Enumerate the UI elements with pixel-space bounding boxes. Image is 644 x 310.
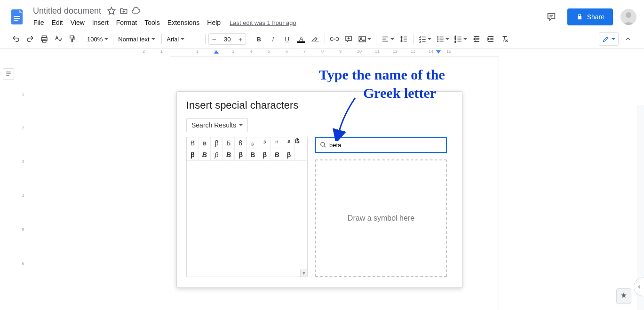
menu-tools[interactable]: Tools	[141, 17, 163, 28]
menu-file[interactable]: File	[30, 17, 48, 28]
character-search-box	[315, 137, 447, 153]
svg-text:3: 3	[455, 40, 456, 43]
char-cell[interactable]: β	[211, 149, 223, 161]
svg-line-50	[324, 146, 326, 148]
dialog-title: Insert special characters	[186, 99, 453, 111]
add-comment-button[interactable]	[342, 33, 355, 45]
character-grid: B ᴃ β Ƃ ϐ ᵦ ᵝ ᵸ ᴯ ẞ β B β B β B β B β	[186, 137, 308, 277]
char-cell[interactable]: B	[271, 149, 283, 161]
char-cell[interactable]: B	[187, 137, 199, 149]
category-dropdown[interactable]: Search Results	[186, 118, 248, 132]
move-icon[interactable]	[119, 6, 128, 16]
decrease-indent-button[interactable]	[470, 33, 483, 45]
ruler-right-marker[interactable]	[436, 50, 441, 54]
bold-button[interactable]: B	[252, 33, 265, 45]
clear-formatting-button[interactable]	[498, 33, 511, 45]
char-cell[interactable]: ẞ	[295, 137, 300, 149]
explore-button[interactable]	[616, 288, 631, 303]
svg-point-28	[437, 40, 439, 42]
comments-icon[interactable]	[543, 8, 560, 25]
font-size-decrease[interactable]: −	[209, 34, 219, 44]
char-cell[interactable]: β	[259, 149, 271, 161]
char-cell[interactable]: ᵸ	[271, 137, 283, 149]
document-title[interactable]: Untitled document	[30, 6, 104, 16]
svg-point-49	[321, 143, 325, 146]
grid-scroll-handle[interactable]: ▼	[300, 270, 307, 277]
highlight-color-button[interactable]	[309, 33, 322, 45]
toolbar: 100% Normal text Arial − 30 + B I U A 12…	[0, 30, 644, 48]
star-icon[interactable]	[107, 6, 116, 16]
editing-mode-button[interactable]	[599, 32, 619, 46]
share-label: Share	[587, 13, 604, 21]
increase-indent-button[interactable]	[484, 33, 497, 45]
spellcheck-button[interactable]	[52, 33, 65, 45]
font-size-value[interactable]: 30	[219, 36, 235, 43]
svg-rect-1	[14, 16, 20, 17]
svg-point-27	[437, 39, 439, 40]
print-button[interactable]	[38, 33, 51, 45]
checklist-button[interactable]	[416, 33, 433, 45]
vertical-ruler: 123456	[20, 58, 26, 295]
last-edit-link[interactable]: Last edit was 1 hour ago	[230, 19, 296, 26]
char-cell[interactable]: β	[211, 137, 223, 149]
cloud-status-icon[interactable]	[131, 6, 141, 16]
line-spacing-button[interactable]	[397, 33, 410, 45]
special-characters-dialog: Insert special characters Search Results…	[176, 91, 462, 288]
char-cell[interactable]: B	[199, 149, 211, 161]
menu-insert[interactable]: Insert	[89, 17, 112, 28]
undo-button[interactable]	[9, 33, 23, 45]
svg-rect-29	[440, 37, 444, 38]
docs-logo-icon[interactable]	[8, 8, 26, 26]
italic-button[interactable]: I	[266, 33, 279, 45]
menu-format[interactable]: Format	[113, 17, 140, 28]
char-cell[interactable]: β	[235, 149, 247, 161]
lock-icon	[576, 13, 583, 21]
char-cell[interactable]: ᴯ	[283, 137, 295, 149]
align-button[interactable]	[379, 33, 396, 45]
menu-bar: File Edit View Insert Format Tools Exten…	[30, 16, 543, 29]
header: Untitled document File Edit View Insert …	[0, 0, 644, 30]
font-select[interactable]: Arial	[165, 33, 202, 45]
menu-view[interactable]: View	[67, 17, 88, 28]
char-cell[interactable]: B	[223, 149, 235, 161]
numbered-list-button[interactable]: 123	[452, 33, 469, 45]
document-outline-icon[interactable]	[3, 68, 14, 79]
svg-point-8	[626, 12, 631, 18]
svg-rect-3	[14, 20, 18, 21]
paint-format-button[interactable]	[66, 33, 79, 45]
char-cell[interactable]: B	[247, 149, 259, 161]
font-size-increase[interactable]: +	[235, 34, 246, 44]
svg-rect-15	[359, 36, 366, 42]
svg-rect-12	[70, 36, 74, 38]
account-avatar[interactable]	[620, 9, 636, 25]
char-cell[interactable]: β	[187, 149, 199, 161]
char-cell[interactable]	[295, 149, 307, 161]
char-cell[interactable]: ᴃ	[199, 137, 211, 149]
bulleted-list-button[interactable]	[434, 33, 451, 45]
zoom-select[interactable]: 100%	[85, 33, 110, 45]
char-cell[interactable]: ᵝ	[259, 137, 271, 149]
paragraph-style-select[interactable]: Normal text	[116, 33, 159, 45]
char-cell[interactable]: Ƃ	[223, 137, 235, 149]
char-cell[interactable]: β	[283, 149, 295, 161]
menu-extensions[interactable]: Extensions	[164, 17, 203, 28]
character-search-input[interactable]	[329, 142, 442, 149]
insert-image-button[interactable]	[356, 33, 373, 45]
menu-help[interactable]: Help	[204, 17, 224, 28]
text-color-button[interactable]: A	[294, 33, 308, 45]
char-cell[interactable]: ᵦ	[247, 137, 259, 149]
menu-edit[interactable]: Edit	[48, 17, 66, 28]
draw-symbol-area[interactable]: Draw a symbol here	[315, 159, 447, 277]
horizontal-ruler[interactable]: 2 1 1 2 3 4 5 6 7 8 9 10 11 12 13 14 15	[158, 48, 644, 56]
collapse-toolbar-button[interactable]	[621, 32, 635, 46]
svg-rect-30	[440, 39, 444, 40]
redo-button[interactable]	[24, 33, 37, 45]
insert-link-button[interactable]	[328, 33, 341, 45]
font-size-control: − 30 +	[208, 33, 246, 45]
ruler-indent-marker[interactable]	[214, 50, 219, 54]
underline-button[interactable]: U	[280, 33, 294, 45]
svg-rect-2	[14, 18, 20, 19]
share-button[interactable]: Share	[567, 8, 613, 25]
svg-rect-31	[440, 41, 444, 42]
char-cell[interactable]: ϐ	[235, 137, 247, 149]
